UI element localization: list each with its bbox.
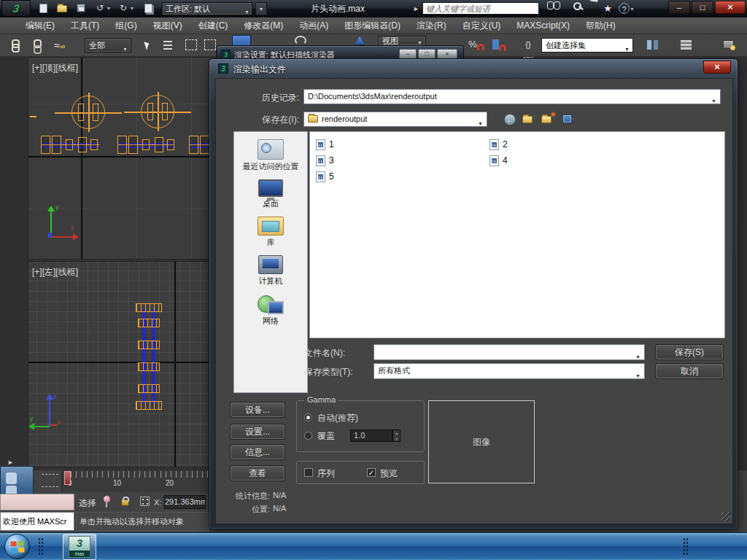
- lock-icon[interactable]: [121, 499, 129, 506]
- license-button[interactable]: [565, 1, 581, 15]
- bind-spacewarp-button[interactable]: ≈∞: [51, 37, 69, 54]
- info-button[interactable]: 信息...: [230, 444, 285, 460]
- maximize-button[interactable]: □: [418, 49, 436, 59]
- view-menu-button[interactable]: ▼: [559, 112, 575, 127]
- select-by-name-button[interactable]: [159, 37, 177, 54]
- preview-label[interactable]: 预览: [380, 467, 398, 480]
- menu-item[interactable]: 工具(T): [63, 18, 107, 34]
- history-dropdown[interactable]: D:\Documents\3dsMax\renderoutput ▼: [303, 89, 721, 104]
- selection-filter-dropdown[interactable]: 全部 ▼: [85, 38, 131, 52]
- preview-checkbox[interactable]: ✓: [367, 468, 376, 477]
- file-item[interactable]: 1: [316, 136, 334, 152]
- sequence-checkbox[interactable]: [304, 468, 313, 477]
- favorites-button[interactable]: ★: [600, 1, 616, 15]
- chevron-down-icon[interactable]: ▼: [635, 369, 640, 379]
- scale-button[interactable]: [355, 36, 365, 45]
- x-coordinate-field[interactable]: 291.363mm: [164, 495, 206, 509]
- minimize-button[interactable]: –: [668, 1, 690, 14]
- expand-panel-arrow[interactable]: ►: [7, 459, 14, 466]
- trackbar-toggle-icon[interactable]: [42, 474, 58, 487]
- select-move-button[interactable]: [232, 35, 251, 46]
- setup-button[interactable]: 设置...: [230, 424, 285, 440]
- cancel-button[interactable]: 取消: [655, 363, 724, 379]
- render-frame-window-button[interactable]: [719, 37, 737, 54]
- back-button[interactable]: ←: [502, 112, 518, 127]
- menu-item[interactable]: 创建(C): [190, 18, 236, 34]
- minimize-button[interactable]: –: [399, 49, 417, 59]
- file-item[interactable]: 4: [489, 152, 508, 168]
- gamma-value-spinner[interactable]: ▲▼: [392, 429, 400, 442]
- gamma-auto-radio[interactable]: [304, 413, 312, 421]
- file-item[interactable]: 2: [489, 136, 508, 152]
- named-selection-sets-dropdown[interactable]: 创建选择集 ▼: [541, 38, 633, 52]
- menu-item[interactable]: 自定义(U): [454, 18, 509, 34]
- application-menu-button[interactable]: 3: [1, 0, 31, 17]
- selection-lock-icon[interactable]: [104, 496, 110, 502]
- time-slider[interactable]: [64, 471, 71, 485]
- search-button[interactable]: [546, 1, 562, 15]
- dialog-titlebar[interactable]: 3 渲染输出文件 ×: [209, 59, 738, 78]
- menu-item[interactable]: 修改器(M): [236, 18, 291, 34]
- place-item[interactable]: 桌面: [236, 179, 306, 209]
- help-button[interactable]: ?▼: [619, 1, 635, 15]
- gamma-override-label[interactable]: 覆盖: [317, 430, 335, 443]
- new-file-button[interactable]: [35, 1, 51, 15]
- redo-dropdown[interactable]: ▼: [128, 1, 136, 15]
- viewport-top[interactable]: [+][顶][线框] y x: [28, 57, 212, 260]
- chevron-down-icon[interactable]: ▼: [711, 94, 716, 104]
- gamma-auto-label[interactable]: 自动(推荐): [317, 412, 358, 424]
- spinner-snap-button[interactable]: [490, 37, 508, 54]
- rectangular-selection-button[interactable]: [182, 37, 200, 54]
- search-input[interactable]: [422, 2, 539, 15]
- menu-item[interactable]: 图形编辑器(D): [336, 18, 409, 34]
- start-button[interactable]: [4, 534, 30, 559]
- maxscript-mini-recorder[interactable]: [0, 494, 74, 510]
- toolbar-overflow-button[interactable]: ▼: [255, 2, 267, 15]
- view-button[interactable]: 查看: [230, 465, 285, 481]
- chevron-down-icon[interactable]: ▼: [478, 117, 483, 127]
- rotate-button[interactable]: [295, 36, 306, 45]
- menu-item[interactable]: 编辑(E): [18, 18, 63, 34]
- select-link-button[interactable]: [6, 37, 23, 54]
- sequence-label[interactable]: 序列: [317, 467, 335, 480]
- place-item[interactable]: 最近访问的位置: [236, 139, 306, 171]
- search-expand-arrow[interactable]: ►: [413, 5, 419, 12]
- workspace-selector[interactable]: 工作区: 默认 ▼: [162, 2, 252, 15]
- save-type-dropdown[interactable]: 所有格式 ▼: [374, 363, 645, 379]
- save-in-dropdown[interactable]: renderoutput ▼: [303, 112, 487, 127]
- save-file-button[interactable]: [73, 1, 89, 15]
- taskbar-3dsmax-button[interactable]: 3 max: [63, 534, 96, 560]
- percent-snap-button[interactable]: %: [468, 37, 485, 54]
- menu-item[interactable]: MAXScript(X): [508, 18, 578, 34]
- edit-named-sets-button[interactable]: {}ABC: [519, 37, 537, 54]
- project-toggle-button[interactable]: [140, 1, 156, 15]
- place-item[interactable]: 库: [236, 217, 306, 247]
- dialog-resize-grip[interactable]: [721, 512, 730, 521]
- menu-item[interactable]: 组(G): [107, 18, 144, 34]
- undo-dropdown[interactable]: ▼: [105, 1, 112, 15]
- devices-button[interactable]: 设备...: [230, 402, 285, 418]
- layer-manager-button[interactable]: [677, 37, 694, 54]
- menu-item[interactable]: 渲染(R): [409, 18, 454, 34]
- timeline-ruler[interactable]: 01020: [61, 470, 219, 492]
- viewport-top-label[interactable]: [+][顶][线框]: [32, 62, 78, 74]
- chevron-down-icon[interactable]: ▼: [635, 350, 640, 360]
- menu-item[interactable]: 视图(V): [145, 18, 190, 34]
- select-object-button[interactable]: [139, 37, 156, 54]
- mirror-button[interactable]: [643, 37, 661, 54]
- gamma-value-field[interactable]: 1.0: [350, 429, 392, 442]
- file-item[interactable]: 5: [316, 168, 334, 184]
- file-name-input[interactable]: ▼: [374, 344, 645, 360]
- communication-button[interactable]: [582, 1, 598, 15]
- dialog-close-button[interactable]: ×: [703, 61, 731, 74]
- gamma-override-radio[interactable]: [304, 432, 312, 440]
- absolute-mode-icon[interactable]: [140, 497, 150, 506]
- file-item[interactable]: 3: [316, 152, 334, 168]
- viewport-left-label[interactable]: [+][左][线框]: [32, 266, 78, 279]
- menu-item[interactable]: 帮助(H): [578, 18, 624, 34]
- unlink-button[interactable]: [28, 37, 45, 54]
- save-button[interactable]: 保存(S): [655, 344, 724, 360]
- close-button[interactable]: ×: [715, 1, 746, 14]
- open-file-button[interactable]: [54, 1, 70, 15]
- create-folder-button[interactable]: ✱: [540, 112, 556, 127]
